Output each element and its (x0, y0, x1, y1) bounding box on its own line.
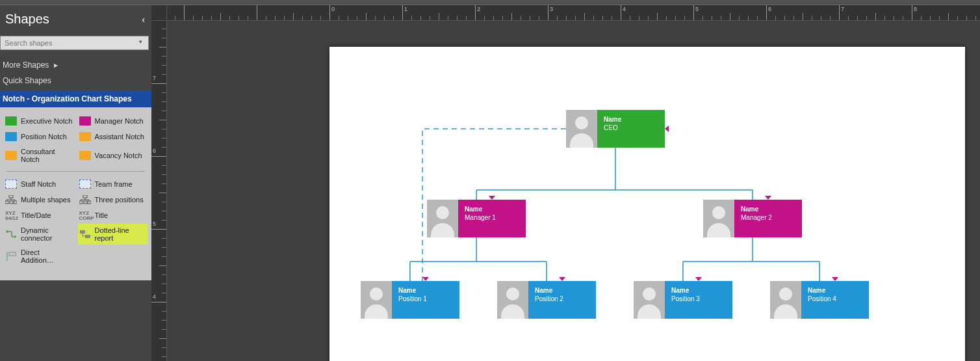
avatar-icon (361, 281, 392, 319)
shape-item[interactable]: Dynamic connector (4, 224, 74, 245)
ruler-corner (151, 5, 167, 21)
page[interactable]: Name CEO Name Manager 1 (329, 47, 965, 361)
shape-item[interactable]: Three positions (78, 193, 148, 207)
shape-label: Executive Notch (21, 117, 72, 125)
avatar-icon (497, 281, 528, 319)
shape-item[interactable]: Executive Notch (4, 114, 74, 128)
shape-label: Manager Notch (95, 117, 144, 125)
card-title: Position 1 (398, 295, 453, 303)
notch-outline-icon (5, 180, 17, 189)
card-title: Position 4 (808, 295, 862, 303)
card-name: Name (741, 205, 795, 213)
card-title: Position 2 (535, 295, 589, 303)
shape-item[interactable]: Staff Notch (4, 177, 74, 191)
shape-item[interactable]: Manager Notch (78, 114, 148, 128)
shapes-panel: Shapes ‹ ▾ More Shapes ▸ Quick Shapes No… (0, 5, 151, 361)
svg-rect-8 (83, 195, 87, 198)
shape-label: Title/Date (21, 211, 51, 219)
avatar-icon (634, 281, 665, 319)
search-input[interactable] (0, 36, 149, 50)
avatar-icon (427, 200, 458, 237)
stencil-body: Executive NotchManager NotchPosition Not… (0, 107, 151, 280)
card-title: Position 3 (671, 295, 726, 303)
svg-rect-19 (85, 235, 90, 238)
dotted-icon (79, 230, 91, 239)
shape-label: Three positions (95, 196, 144, 204)
notch-orange-icon (79, 151, 91, 160)
shape-label: Dynamic connector (21, 226, 73, 242)
notch-icon (695, 277, 702, 281)
ruler-vertical[interactable]: 876543 (151, 21, 167, 361)
org-card-manager[interactable]: Name Manager 2 (703, 200, 802, 237)
card-title: Manager 1 (465, 213, 519, 222)
svg-rect-3 (14, 201, 17, 204)
shape-item[interactable]: Vacancy Notch (78, 145, 148, 166)
card-name: Name (604, 115, 658, 124)
notch-magenta-icon (79, 116, 91, 126)
card-name: Name (465, 205, 519, 213)
shape-item[interactable]: Multiple shapes (4, 193, 74, 207)
collapse-panel-icon[interactable]: ‹ (142, 14, 145, 25)
card-name: Name (398, 286, 453, 295)
shape-label: Dotted-line report (95, 226, 147, 242)
shapes-title: Shapes (5, 12, 49, 27)
shape-item[interactable]: Dotted-line report (78, 224, 148, 245)
shape-item[interactable]: Direct Addition… (4, 246, 74, 267)
svg-rect-1 (5, 201, 8, 204)
svg-point-16 (6, 230, 8, 233)
avatar-icon (566, 110, 597, 148)
direct-icon (5, 252, 17, 261)
shape-label: Multiple shapes (21, 196, 70, 204)
shape-item[interactable]: Assistant Notch (78, 129, 148, 144)
avatar-icon (703, 200, 734, 237)
multi-icon (5, 195, 17, 204)
shape-label: Staff Notch (21, 180, 56, 188)
shape-item[interactable]: Position Notch (4, 129, 74, 144)
org-card-position[interactable]: Name Position 4 (770, 281, 869, 319)
stencil-header[interactable]: Notch - Organization Chart Shapes (0, 90, 151, 107)
shape-label: Vacancy Notch (95, 152, 142, 159)
quick-shapes-link[interactable]: Quick Shapes (0, 74, 151, 90)
notch-orange-icon (5, 151, 17, 160)
notch-icon (489, 196, 495, 200)
org-card-position[interactable]: Name Position 2 (497, 281, 596, 319)
org-card-position[interactable]: Name Position 3 (634, 281, 732, 319)
notch-icon (422, 277, 429, 281)
org-card-ceo[interactable]: Name CEO (566, 110, 665, 148)
notch-outline-icon (79, 180, 91, 189)
more-shapes-label: More Shapes (3, 60, 49, 70)
shape-label: Team frame (95, 180, 133, 188)
svg-rect-11 (88, 201, 91, 204)
org-chart: Name CEO Name Manager 1 (329, 47, 965, 361)
chevron-right-icon: ▸ (54, 60, 58, 70)
shape-label: Direct Addition… (21, 248, 73, 264)
card-title: Manager 2 (741, 213, 795, 222)
svg-rect-9 (79, 201, 83, 204)
org-card-position[interactable]: Name Position 1 (361, 281, 459, 319)
viewport[interactable]: Name CEO Name Manager 1 (167, 21, 980, 361)
three-icon (79, 195, 91, 204)
shape-item[interactable]: XYZ04/12Title/Date (4, 208, 74, 222)
card-name: Name (671, 286, 726, 295)
search-dropdown-icon[interactable]: ▾ (139, 38, 142, 45)
org-card-manager[interactable]: Name Manager 1 (427, 200, 526, 237)
notch-green-icon (5, 116, 17, 126)
shape-item[interactable]: Team frame (78, 177, 148, 191)
svg-rect-0 (9, 195, 13, 198)
shape-item[interactable]: XYZCORPTitle (78, 208, 148, 222)
ruler-horizontal[interactable]: 01234567891011 (167, 5, 980, 21)
app-top-divider (0, 0, 980, 5)
shape-label: Position Notch (21, 133, 67, 140)
xyz-corp-icon: XYZCORP (79, 211, 91, 220)
notch-icon (765, 196, 771, 200)
shape-label: Assistant Notch (95, 133, 144, 140)
svg-rect-18 (80, 230, 85, 234)
card-name: Name (808, 286, 862, 295)
card-title: CEO (604, 124, 658, 132)
shape-item[interactable]: Consultant Notch (4, 145, 74, 166)
notch-icon (832, 277, 838, 281)
more-shapes-link[interactable]: More Shapes ▸ (0, 58, 151, 74)
dyn-icon (5, 230, 17, 239)
notch-blue-icon (5, 132, 17, 141)
xyz-date-icon: XYZ04/12 (5, 211, 17, 220)
